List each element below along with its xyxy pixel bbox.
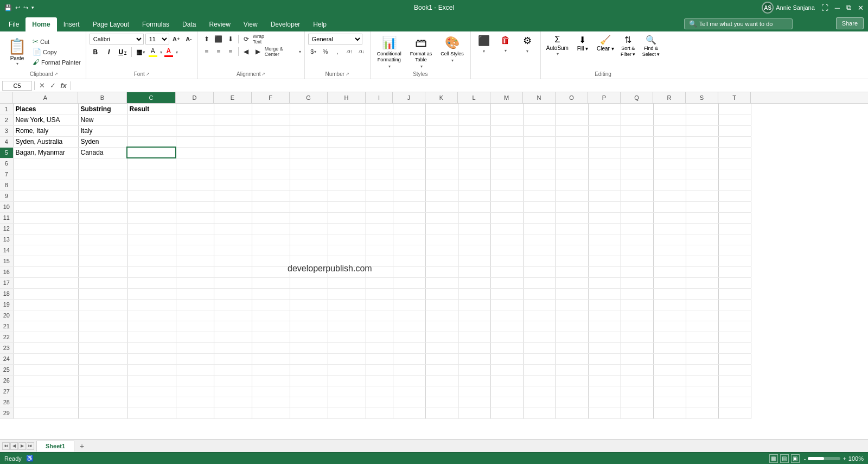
cell-J24[interactable] xyxy=(393,353,425,364)
cell-T29[interactable] xyxy=(718,408,751,418)
cell-J16[interactable] xyxy=(393,266,425,277)
cell-T26[interactable] xyxy=(718,375,751,386)
cell-E27[interactable] xyxy=(214,386,252,397)
cell-G29[interactable] xyxy=(290,408,328,418)
col-header-n[interactable]: N xyxy=(523,92,556,103)
row-num-6[interactable]: 6 xyxy=(0,158,13,169)
cell-T22[interactable] xyxy=(718,332,751,342)
cell-A27[interactable] xyxy=(13,386,78,397)
cell-F27[interactable] xyxy=(252,386,290,397)
cell-J9[interactable] xyxy=(393,190,425,201)
cell-F25[interactable] xyxy=(252,364,290,375)
cell-O10[interactable] xyxy=(556,201,588,212)
cell-T21[interactable] xyxy=(718,321,751,332)
cell-G1[interactable] xyxy=(290,104,328,115)
comma-button[interactable]: , xyxy=(332,46,343,57)
format-button[interactable]: ⚙ ▾ xyxy=(518,34,537,55)
cell-A12[interactable] xyxy=(13,223,78,234)
row-num-21[interactable]: 21 xyxy=(0,321,13,332)
cell-E29[interactable] xyxy=(214,408,252,418)
cell-Q18[interactable] xyxy=(621,288,653,299)
cell-A3[interactable]: Rome, Italy xyxy=(13,125,78,136)
cell-G25[interactable] xyxy=(290,364,328,375)
cell-N22[interactable] xyxy=(523,332,556,342)
cell-O25[interactable] xyxy=(556,364,588,375)
cell-E23[interactable] xyxy=(214,342,252,353)
cell-styles-dropdown[interactable]: ▾ xyxy=(451,58,454,63)
cell-Q7[interactable] xyxy=(621,169,653,180)
row-num-10[interactable]: 10 xyxy=(0,201,13,212)
cell-O22[interactable] xyxy=(556,332,588,342)
cell-R4[interactable] xyxy=(653,136,686,147)
cell-H11[interactable] xyxy=(328,212,366,223)
cell-D24[interactable] xyxy=(176,353,214,364)
cell-G10[interactable] xyxy=(290,201,328,212)
cell-I20[interactable] xyxy=(366,310,393,321)
cell-O1[interactable] xyxy=(556,104,588,115)
cell-A19[interactable] xyxy=(13,299,78,310)
col-header-l[interactable]: L xyxy=(458,92,490,103)
cell-Q14[interactable] xyxy=(621,245,653,256)
cell-S7[interactable] xyxy=(686,169,718,180)
cell-S23[interactable] xyxy=(686,342,718,353)
row-num-29[interactable]: 29 xyxy=(0,408,13,418)
cell-Q17[interactable] xyxy=(621,277,653,288)
cell-C21[interactable] xyxy=(127,321,176,332)
cell-I15[interactable] xyxy=(366,256,393,266)
undo-icon[interactable]: ↩ xyxy=(15,4,20,11)
cell-L6[interactable] xyxy=(458,158,490,169)
tab-file[interactable]: File xyxy=(2,17,25,31)
cell-L1[interactable] xyxy=(458,104,490,115)
cell-C10[interactable] xyxy=(127,201,176,212)
cell-I26[interactable] xyxy=(366,375,393,386)
cell-R25[interactable] xyxy=(653,364,686,375)
cell-D27[interactable] xyxy=(176,386,214,397)
cell-Q23[interactable] xyxy=(621,342,653,353)
cell-T10[interactable] xyxy=(718,201,751,212)
cell-T17[interactable] xyxy=(718,277,751,288)
cell-B29[interactable] xyxy=(78,408,127,418)
cell-T20[interactable] xyxy=(718,310,751,321)
cell-I28[interactable] xyxy=(366,397,393,408)
cell-J8[interactable] xyxy=(393,180,425,190)
cell-F14[interactable] xyxy=(252,245,290,256)
cell-K26[interactable] xyxy=(425,375,458,386)
cell-I5[interactable] xyxy=(366,147,393,158)
insert-function-button[interactable]: fx xyxy=(59,81,68,91)
cell-B25[interactable] xyxy=(78,364,127,375)
percent-button[interactable]: % xyxy=(320,46,331,57)
fullscreen-icon[interactable]: ⛶ xyxy=(821,4,828,12)
cell-B12[interactable] xyxy=(78,223,127,234)
cell-J4[interactable] xyxy=(393,136,425,147)
col-header-f[interactable]: F xyxy=(252,92,290,103)
cell-Q26[interactable] xyxy=(621,375,653,386)
cell-M3[interactable] xyxy=(490,125,523,136)
cell-C20[interactable] xyxy=(127,310,176,321)
cell-P12[interactable] xyxy=(588,223,621,234)
cell-D18[interactable] xyxy=(176,288,214,299)
cell-R16[interactable] xyxy=(653,266,686,277)
cell-H18[interactable] xyxy=(328,288,366,299)
row-num-17[interactable]: 17 xyxy=(0,277,13,288)
share-button[interactable]: Share xyxy=(836,17,864,29)
cell-G23[interactable] xyxy=(290,342,328,353)
cell-O9[interactable] xyxy=(556,190,588,201)
cell-M12[interactable] xyxy=(490,223,523,234)
orientation-button[interactable]: ⟳ xyxy=(241,34,252,45)
sheet-tab-sheet1[interactable]: Sheet1 xyxy=(36,441,74,452)
cell-M8[interactable] xyxy=(490,180,523,190)
cell-K18[interactable] xyxy=(425,288,458,299)
cell-S11[interactable] xyxy=(686,212,718,223)
cell-R18[interactable] xyxy=(653,288,686,299)
col-header-d[interactable]: D xyxy=(176,92,214,103)
cell-Q19[interactable] xyxy=(621,299,653,310)
cell-G11[interactable] xyxy=(290,212,328,223)
cell-C26[interactable] xyxy=(127,375,176,386)
cell-O16[interactable] xyxy=(556,266,588,277)
cell-N20[interactable] xyxy=(523,310,556,321)
copy-button[interactable]: 📄 Copy xyxy=(31,47,82,56)
cell-J12[interactable] xyxy=(393,223,425,234)
cell-K27[interactable] xyxy=(425,386,458,397)
cell-O3[interactable] xyxy=(556,125,588,136)
cell-C5[interactable] xyxy=(127,147,176,158)
